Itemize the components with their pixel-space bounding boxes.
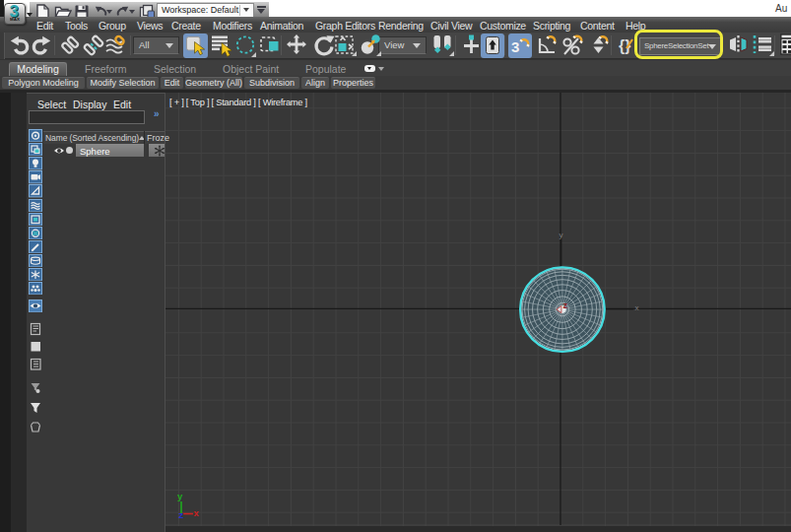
svg-text:x: x (194, 507, 200, 518)
svg-text:y: y (560, 231, 563, 239)
svg-text:[ + ] [ Top ] [ Standard ]: [ + ] [ Top ] [ Standard ] [ Wireframe ] (169, 98, 307, 107)
svg-text:x: x (635, 303, 639, 312)
svg-text:z: z (178, 510, 184, 521)
svg-text:z: z (562, 300, 567, 310)
svg-text:3: 3 (511, 38, 519, 55)
svg-text:y: y (177, 491, 183, 501)
